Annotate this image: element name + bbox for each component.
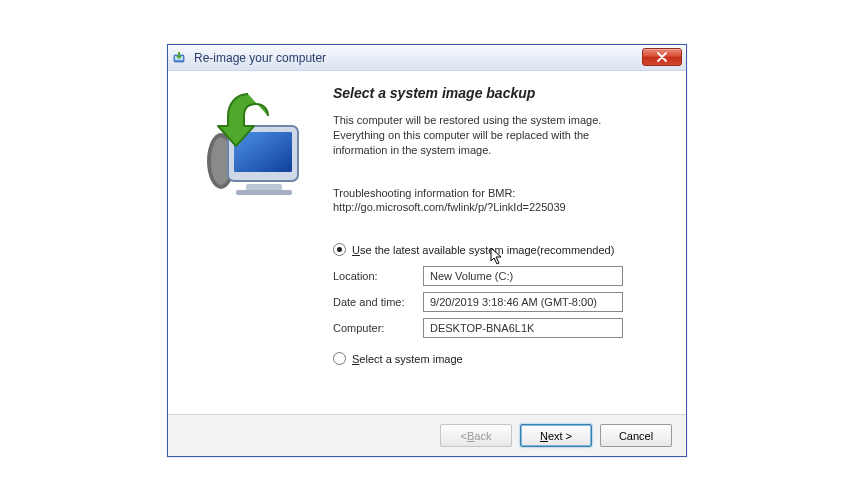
radio-icon (333, 352, 346, 365)
field-datetime: Date and time: 9/20/2019 3:18:46 AM (GMT… (333, 292, 666, 312)
left-pane (168, 71, 333, 414)
troubleshoot-link: http://go.microsoft.com/fwlink/p/?LinkId… (333, 200, 666, 215)
wizard-footer: < Back Next > Cancel (168, 414, 686, 456)
field-location: Location: New Volume (C:) (333, 266, 666, 286)
datetime-label: Date and time: (333, 296, 423, 308)
datetime-value: 9/20/2019 3:18:46 AM (GMT-8:00) (423, 292, 623, 312)
svg-rect-8 (236, 190, 292, 195)
field-computer: Computer: DESKTOP-BNA6L1K (333, 318, 666, 338)
next-button[interactable]: Next > (520, 424, 592, 447)
computer-label: Computer: (333, 322, 423, 334)
location-value: New Volume (C:) (423, 266, 623, 286)
radio-icon (333, 243, 346, 256)
computer-value: DESKTOP-BNA6L1K (423, 318, 623, 338)
page-heading: Select a system image backup (333, 85, 666, 101)
restore-hero-icon (186, 86, 316, 206)
back-button: < Back (440, 424, 512, 447)
reimage-wizard-window: Re-image your computer (167, 44, 687, 457)
location-label: Location: (333, 270, 423, 282)
right-pane: Select a system image backup This comput… (333, 71, 686, 414)
svg-rect-7 (246, 184, 282, 191)
page-description: This computer will be restored using the… (333, 113, 633, 158)
close-button[interactable] (642, 48, 682, 66)
option-use-latest[interactable]: Use the latest available system image(re… (333, 243, 666, 256)
troubleshoot-info: Troubleshooting information for BMR: htt… (333, 186, 666, 216)
troubleshoot-line1: Troubleshooting information for BMR: (333, 186, 666, 201)
client-area: Select a system image backup This comput… (168, 71, 686, 414)
option-use-latest-label: Use the latest available system image(re… (352, 244, 614, 256)
titlebar: Re-image your computer (168, 45, 686, 71)
image-details: Location: New Volume (C:) Date and time:… (333, 266, 666, 338)
option-select-image[interactable]: Select a system image (333, 352, 666, 365)
app-icon (172, 50, 188, 66)
cancel-button[interactable]: Cancel (600, 424, 672, 447)
window-title: Re-image your computer (194, 51, 326, 65)
option-select-image-label: Select a system image (352, 353, 463, 365)
